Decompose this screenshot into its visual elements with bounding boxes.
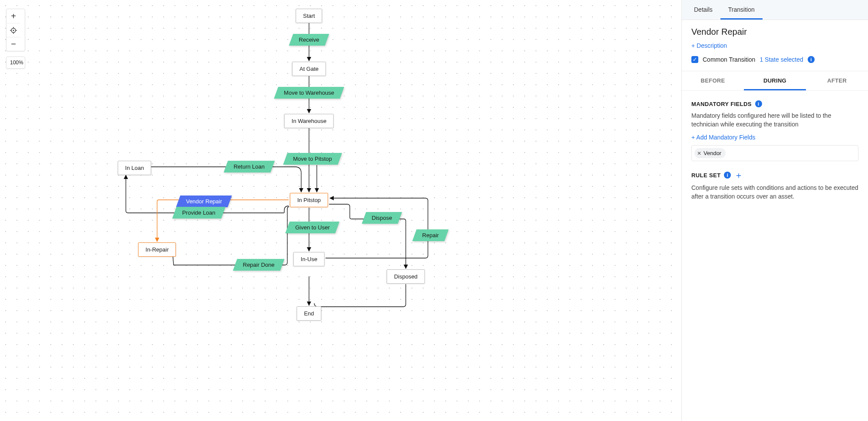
zoom-out-button[interactable]: − [7,37,20,51]
tab-details[interactable]: Details [686,0,720,20]
section-title-text: MANDATORY FIELDS [691,101,752,107]
node-label: At Gate [299,66,319,72]
node-label: End [304,310,314,317]
section-title-text: RULE SET [691,172,720,179]
zoom-controls: + − 100% [6,9,25,69]
node-start[interactable]: Start [296,9,322,23]
mandatory-fields-input[interactable]: ✕ Vendor [691,145,858,161]
transition-label: Move to Pitstop [293,156,332,162]
transition-label: Return Loan [233,163,265,170]
rule-set-desc: Configure rule sets with conditions and … [691,184,858,201]
zoom-level: 100% [6,56,25,69]
transition-return-loan[interactable]: Return Loan [224,161,274,172]
workflow-canvas[interactable]: + − 100% [0,0,681,421]
zoom-in-button[interactable]: + [7,9,20,23]
phase-tab-before[interactable]: BEFORE [682,71,744,90]
node-in-loan[interactable]: In Loan [118,161,151,175]
transition-vendor-repair[interactable]: Vendor Repair [176,196,232,207]
tab-transition[interactable]: Transition [720,0,763,20]
node-in-pitstop[interactable]: In Pitstop [290,193,328,207]
add-description-link[interactable]: + Description [691,42,727,49]
transition-receive[interactable]: Receive [289,34,329,46]
transition-dispose[interactable]: Dispose [362,212,402,224]
node-in-use[interactable]: In-Use [293,252,325,266]
chip-label: Vendor [704,150,721,156]
chip-vendor[interactable]: ✕ Vendor [694,148,726,158]
edges-layer [0,0,681,421]
add-rule-set-button[interactable]: ＋ [734,171,743,179]
node-label: In Warehouse [292,118,326,124]
panel-title: Vendor Repair [691,27,858,37]
node-label: In-Use [301,256,317,262]
transition-repair[interactable]: Repair [412,229,449,241]
node-end[interactable]: End [296,306,321,321]
info-icon[interactable]: i [724,172,731,179]
crosshair-icon [10,27,17,34]
phase-tabs: BEFORE DURING AFTER [682,71,868,91]
phase-tab-during[interactable]: DURING [744,71,806,90]
common-transition-label: Common Transition [703,56,755,63]
node-disposed[interactable]: Disposed [387,269,425,284]
common-transition-checkbox[interactable] [691,56,698,63]
transition-label: Provide Loan [182,209,216,216]
node-label: Start [303,13,315,19]
info-icon[interactable]: i [808,56,815,63]
rule-set-title: RULE SET i ＋ [691,171,858,179]
transition-given-user[interactable]: Given to User [285,222,339,233]
node-label: In Loan [125,165,144,171]
state-selected-link[interactable]: 1 State selected [760,56,803,63]
transition-repair-done[interactable]: Repair Done [233,259,285,271]
node-label: In Pitstop [297,197,321,203]
zoom-fit-button[interactable] [7,23,20,37]
info-icon[interactable]: i [755,100,762,107]
phase-tab-after[interactable]: AFTER [806,71,868,90]
side-panel: Details Transition Vendor Repair + Descr… [681,0,868,421]
svg-point-1 [13,30,14,31]
transition-provide-loan[interactable]: Provide Loan [172,207,225,219]
transition-label: Move to Warehouse [284,90,334,96]
transition-label: Receive [299,36,319,43]
transition-move-pitstop[interactable]: Move to Pitstop [283,153,342,165]
node-at-gate[interactable]: At Gate [292,62,326,76]
node-label: Disposed [394,273,418,280]
transition-label: Dispose [372,215,392,221]
transition-move-warehouse[interactable]: Move to Warehouse [274,87,344,99]
node-label: In-Repair [145,246,168,253]
close-icon[interactable]: ✕ [697,150,701,156]
node-in-warehouse[interactable]: In Warehouse [284,114,334,128]
panel-tabs: Details Transition [682,0,868,20]
transition-label: Repair [422,232,439,239]
transition-label: Given to User [295,224,329,231]
transition-label: Vendor Repair [186,198,222,205]
mandatory-fields-title: MANDATORY FIELDS i [691,100,858,107]
node-in-repair[interactable]: In-Repair [138,242,176,257]
mandatory-fields-desc: Mandatory fields configured here will be… [691,112,858,129]
add-mandatory-fields-link[interactable]: + Add Mandatory Fields [691,134,755,141]
transition-label: Repair Done [243,262,275,268]
